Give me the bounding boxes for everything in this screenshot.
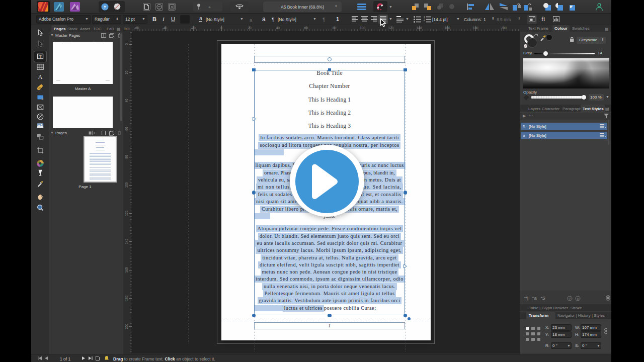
svg-text:A: A [38,73,43,80]
svg-text:↺: ↺ [569,297,571,300]
svg-text:T: T [39,54,42,59]
svg-text:2: 2 [424,18,425,21]
svg-text:a: a [577,297,579,300]
